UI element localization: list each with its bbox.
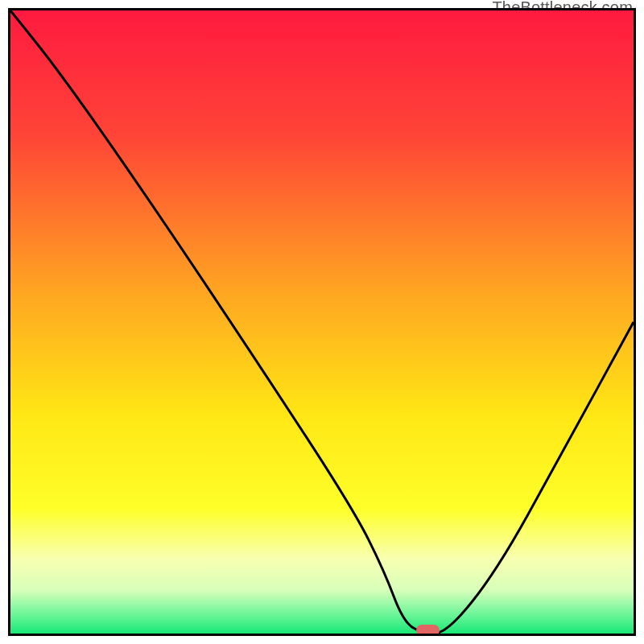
optimal-marker (416, 625, 440, 636)
curve-layer (10, 10, 634, 634)
bottleneck-curve (10, 10, 634, 634)
plot-area (8, 8, 636, 636)
bottleneck-chart: TheBottleneck.com (0, 0, 644, 644)
